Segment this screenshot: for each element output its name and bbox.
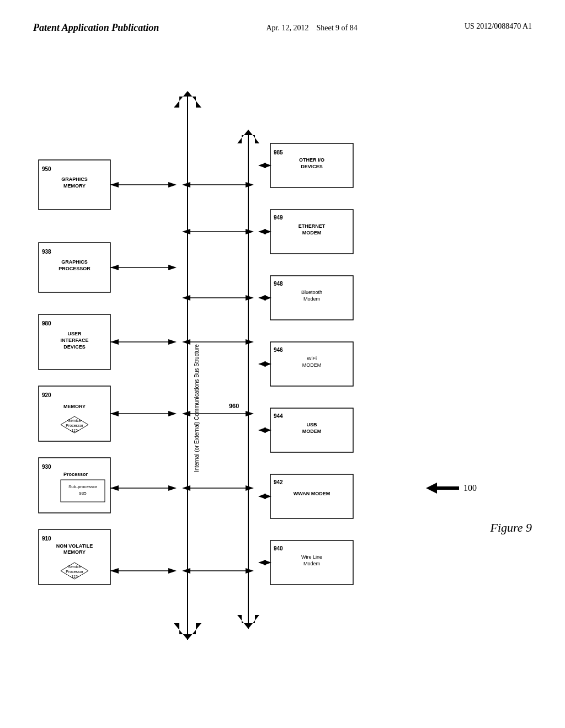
svg-text:MEMORY: MEMORY xyxy=(63,404,86,409)
svg-text:944: 944 xyxy=(274,413,283,419)
svg-text:Service: Service xyxy=(68,419,81,422)
svg-text:MEMORY: MEMORY xyxy=(63,549,86,555)
svg-marker-129 xyxy=(426,483,459,494)
svg-text:DEVICES: DEVICES xyxy=(63,344,86,350)
svg-marker-46 xyxy=(110,339,119,345)
svg-text:ETHERNET: ETHERNET xyxy=(299,223,326,229)
svg-text:Sub-processor: Sub-processor xyxy=(68,484,97,489)
svg-text:WWAN MODEM: WWAN MODEM xyxy=(294,491,331,496)
patent-number: US 2012/0088470 A1 xyxy=(465,22,532,31)
svg-marker-43 xyxy=(110,265,119,270)
svg-text:MODEM: MODEM xyxy=(302,230,322,235)
diagram-area: 910 NON VOLATILE MEMORY Service Processo… xyxy=(33,77,392,684)
svg-text:910: 910 xyxy=(42,536,51,542)
svg-text:960: 960 xyxy=(229,403,239,409)
svg-text:Processor: Processor xyxy=(63,472,88,477)
svg-text:OTHER I/O: OTHER I/O xyxy=(299,157,324,163)
svg-marker-121 xyxy=(246,411,254,416)
svg-marker-49 xyxy=(110,411,119,416)
svg-marker-48 xyxy=(168,411,177,416)
svg-text:Processor: Processor xyxy=(66,424,83,427)
svg-text:Processor: Processor xyxy=(66,570,83,574)
svg-marker-111 xyxy=(182,229,190,234)
svg-text:980: 980 xyxy=(42,320,51,326)
svg-text:942: 942 xyxy=(274,479,283,485)
svg-text:NON VOLATILE: NON VOLATILE xyxy=(56,543,93,549)
svg-marker-108 xyxy=(182,182,190,188)
svg-text:MODEM: MODEM xyxy=(302,362,322,368)
header-center-info: Apr. 12, 2012 Sheet 9 of 84 xyxy=(266,22,357,34)
svg-text:DEVICES: DEVICES xyxy=(301,164,323,169)
svg-marker-54 xyxy=(168,568,177,574)
svg-marker-124 xyxy=(246,485,254,491)
svg-text:948: 948 xyxy=(274,281,283,287)
publication-title: Patent Application Publication xyxy=(33,22,159,34)
svg-text:950: 950 xyxy=(42,166,51,172)
svg-marker-65 xyxy=(258,163,266,168)
svg-text:Modem: Modem xyxy=(303,296,320,302)
svg-marker-39 xyxy=(168,182,177,188)
svg-marker-123 xyxy=(182,485,190,491)
svg-text:MEMORY: MEMORY xyxy=(63,183,86,189)
svg-text:Bluetooth: Bluetooth xyxy=(301,290,322,295)
svg-text:PROCESSOR: PROCESSOR xyxy=(58,266,90,271)
svg-marker-106 xyxy=(258,560,266,565)
svg-marker-42 xyxy=(168,265,177,270)
svg-marker-40 xyxy=(110,182,119,188)
svg-text:935: 935 xyxy=(79,491,87,496)
reference-marker: 100 xyxy=(426,480,477,496)
svg-text:Internal (or External) Communi: Internal (or External) Communications Bu… xyxy=(194,344,200,472)
patent-diagram: 910 NON VOLATILE MEMORY Service Processo… xyxy=(33,77,392,684)
page-header: Patent Application Publication Apr. 12, … xyxy=(0,22,565,34)
svg-text:Wire Line: Wire Line xyxy=(301,554,322,560)
svg-text:USB: USB xyxy=(306,422,317,427)
svg-text:Service: Service xyxy=(68,565,81,569)
svg-marker-99 xyxy=(258,494,266,499)
svg-marker-79 xyxy=(258,295,266,301)
svg-marker-86 xyxy=(258,361,266,367)
figure-label: Figure 9 xyxy=(490,521,532,535)
svg-marker-51 xyxy=(168,485,177,491)
svg-marker-112 xyxy=(246,229,254,234)
svg-marker-127 xyxy=(246,568,254,574)
svg-text:GRAPHICS: GRAPHICS xyxy=(61,176,88,182)
svg-text:GRAPHICS: GRAPHICS xyxy=(61,259,88,265)
svg-marker-117 xyxy=(182,339,190,345)
svg-text:920: 920 xyxy=(42,392,51,398)
reference-arrow xyxy=(426,480,459,496)
svg-text:115: 115 xyxy=(71,429,78,432)
sheet-info: Sheet 9 of 84 xyxy=(316,24,357,32)
svg-text:938: 938 xyxy=(42,249,51,255)
svg-marker-109 xyxy=(246,182,254,188)
svg-marker-126 xyxy=(182,568,190,574)
svg-marker-55 xyxy=(110,568,119,574)
svg-marker-114 xyxy=(182,295,190,301)
svg-marker-52 xyxy=(110,485,119,491)
reference-number: 100 xyxy=(463,483,477,493)
svg-text:985: 985 xyxy=(274,149,283,156)
svg-text:930: 930 xyxy=(42,464,51,470)
svg-text:WiFi: WiFi xyxy=(307,356,317,361)
svg-text:INTERFACE: INTERFACE xyxy=(60,338,88,343)
svg-text:Modem: Modem xyxy=(303,561,320,566)
svg-marker-115 xyxy=(246,295,254,301)
svg-text:MODEM: MODEM xyxy=(302,429,322,434)
svg-text:949: 949 xyxy=(274,215,283,221)
svg-marker-120 xyxy=(182,411,190,416)
svg-marker-45 xyxy=(168,339,177,345)
svg-text:940: 940 xyxy=(274,545,283,552)
svg-text:946: 946 xyxy=(274,347,283,353)
svg-marker-93 xyxy=(258,427,266,433)
svg-marker-72 xyxy=(258,229,266,234)
svg-text:USER: USER xyxy=(67,331,82,336)
svg-marker-118 xyxy=(246,339,254,345)
svg-text:115: 115 xyxy=(71,575,78,579)
publication-date: Apr. 12, 2012 xyxy=(266,24,308,32)
